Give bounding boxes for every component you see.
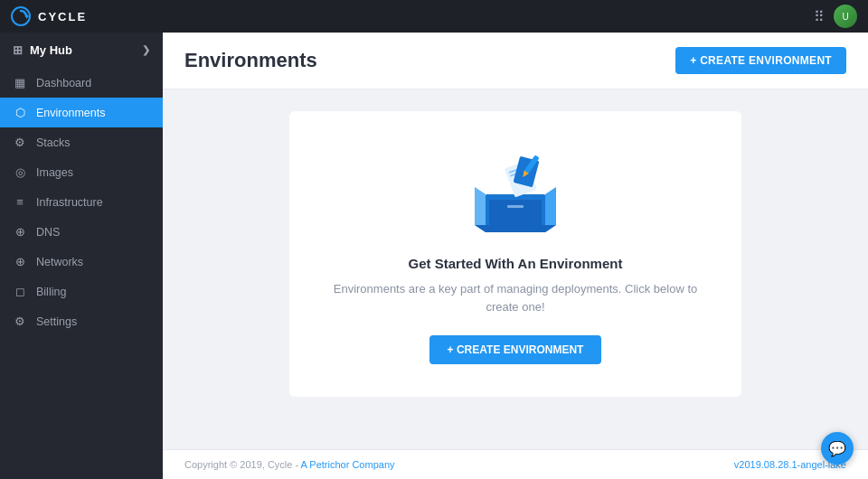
- sidebar-item-networks[interactable]: ⊕ Networks: [0, 247, 163, 277]
- cycle-logo-icon: [11, 6, 31, 26]
- topbar-right: ⠿ U: [814, 5, 857, 28]
- main-header: Environments + CREATE ENVIRONMENT: [163, 33, 868, 89]
- sidebar-item-images[interactable]: ◎ Images: [0, 157, 163, 187]
- footer-copyright: Copyright © 2019, Cycle - A Petrichor Co…: [184, 459, 395, 470]
- svg-marker-9: [475, 225, 556, 232]
- sidebar-item-dashboard[interactable]: ▦ Dashboard: [0, 68, 163, 98]
- sidebar-item-label: Dashboard: [36, 77, 91, 89]
- sidebar-item-settings[interactable]: ⚙ Settings: [0, 306, 163, 336]
- sidebar-item-label: Stacks: [36, 136, 71, 149]
- sidebar-item-stacks[interactable]: ⚙ Stacks: [0, 127, 163, 157]
- svg-rect-10: [507, 205, 524, 208]
- sidebar-hub[interactable]: ⊞ My Hub ❯: [0, 33, 163, 68]
- empty-state-description: Environments are a key part of managing …: [316, 280, 714, 315]
- sidebar-item-label: Billing: [36, 286, 66, 298]
- main-content: Environments + CREATE ENVIRONMENT: [163, 33, 868, 479]
- svg-marker-1: [26, 14, 29, 19]
- hub-chevron-icon: ❯: [142, 44, 150, 56]
- footer: Copyright © 2019, Cycle - A Petrichor Co…: [163, 449, 868, 479]
- topbar: CYCLE ⠿ U: [0, 0, 868, 33]
- sidebar-item-label: Settings: [36, 315, 77, 328]
- chat-icon: 💬: [828, 440, 846, 457]
- sidebar-item-billing[interactable]: ◻ Billing: [0, 277, 163, 306]
- hub-icon: ⊞: [13, 43, 23, 57]
- sidebar: ⊞ My Hub ❯ ▦ Dashboard ⬡ Environments ⚙ …: [0, 33, 163, 479]
- sidebar-item-dns[interactable]: ⊕ DNS: [0, 217, 163, 247]
- create-environment-button-center[interactable]: + CREATE ENVIRONMENT: [429, 335, 602, 364]
- logo-text: CYCLE: [38, 10, 87, 23]
- dashboard-icon: ▦: [13, 76, 27, 89]
- sidebar-item-label: Environments: [36, 107, 105, 119]
- sidebar-item-label: Infrastructure: [36, 196, 103, 209]
- menu-icon[interactable]: ⠿: [814, 8, 825, 25]
- empty-state-illustration: [466, 147, 565, 238]
- environments-icon: ⬡: [13, 106, 27, 119]
- sidebar-item-environments[interactable]: ⬡ Environments: [0, 98, 163, 127]
- sidebar-item-label: Networks: [36, 256, 83, 268]
- billing-icon: ◻: [13, 285, 27, 298]
- stacks-icon: ⚙: [13, 136, 27, 149]
- empty-state-card: Get Started With An Environment Environm…: [289, 111, 741, 397]
- layout: ⊞ My Hub ❯ ▦ Dashboard ⬡ Environments ⚙ …: [0, 33, 868, 479]
- sidebar-item-infrastructure[interactable]: ≡ Infrastructure: [0, 187, 163, 217]
- page-title: Environments: [184, 49, 317, 72]
- sidebar-item-label: DNS: [36, 226, 60, 239]
- networks-icon: ⊕: [13, 255, 27, 268]
- settings-icon: ⚙: [13, 315, 27, 328]
- avatar[interactable]: U: [834, 5, 857, 28]
- images-icon: ◎: [13, 165, 27, 179]
- empty-state-title: Get Started With An Environment: [409, 256, 623, 271]
- logo: CYCLE: [11, 6, 87, 26]
- infrastructure-icon: ≡: [13, 195, 27, 209]
- footer-company-link[interactable]: A Petrichor Company: [301, 459, 395, 470]
- svg-rect-4: [489, 200, 542, 227]
- sidebar-item-label: Images: [36, 166, 73, 179]
- chat-bubble-button[interactable]: 💬: [821, 432, 854, 465]
- main-body: Get Started With An Environment Environm…: [163, 89, 868, 449]
- dns-icon: ⊕: [13, 225, 27, 239]
- create-environment-button-top[interactable]: + CREATE ENVIRONMENT: [675, 47, 846, 74]
- hub-label: My Hub: [30, 43, 72, 57]
